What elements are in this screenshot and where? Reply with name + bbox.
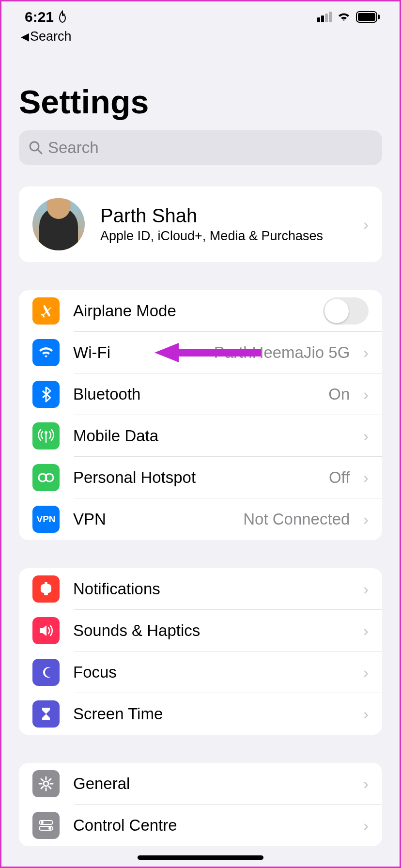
chevron-right-icon: › — [363, 511, 369, 528]
profile-name: Parth Shah — [100, 205, 348, 227]
airplane-icon — [32, 297, 60, 325]
general-group: General › Control Centre › — [19, 763, 382, 846]
network-group: Airplane Mode Wi-Fi ParthHeemaJio 5G › B… — [19, 290, 382, 540]
notifications-row[interactable]: Notifications › — [19, 568, 382, 610]
svg-point-16 — [48, 827, 51, 830]
antenna-icon — [32, 422, 60, 450]
svg-rect-2 — [378, 15, 380, 19]
sounds-label: Sounds & Haptics — [73, 621, 350, 640]
svg-point-12 — [44, 781, 48, 786]
vpn-label: VPN — [73, 510, 230, 528]
svg-point-10 — [45, 582, 47, 585]
screen-time-label: Screen Time — [73, 705, 350, 723]
mobile-data-row[interactable]: Mobile Data › — [19, 415, 382, 457]
svg-rect-9 — [41, 584, 51, 593]
annotation-arrow — [154, 341, 261, 365]
battery-icon — [356, 11, 380, 23]
apple-id-row[interactable]: Parth Shah Apple ID, iCloud+, Media & Pu… — [19, 186, 382, 262]
hourglass-icon — [32, 700, 60, 728]
gear-icon — [32, 770, 60, 797]
page-title: Settings — [1, 44, 400, 130]
svg-rect-11 — [44, 593, 48, 595]
notifications-group: Notifications › Sounds & Haptics › Focus… — [19, 568, 382, 735]
svg-point-6 — [45, 431, 47, 434]
vpn-value: Not Connected — [243, 510, 350, 528]
chevron-right-icon: › — [363, 344, 369, 362]
cellular-signal-icon — [317, 12, 332, 22]
focus-row[interactable]: Focus › — [19, 651, 382, 693]
focus-label: Focus — [73, 663, 350, 682]
sounds-row[interactable]: Sounds & Haptics › — [19, 610, 382, 651]
screen-time-row[interactable]: Screen Time › — [19, 693, 382, 735]
svg-line-4 — [38, 150, 42, 154]
status-bar: 6:21 — [1, 1, 400, 29]
profile-subtitle: Apple ID, iCloud+, Media & Purchases — [100, 229, 348, 244]
chevron-right-icon: › — [363, 469, 369, 487]
chevron-right-icon: › — [363, 664, 369, 682]
general-row[interactable]: General › — [19, 763, 382, 805]
svg-marker-5 — [154, 343, 261, 362]
search-icon — [29, 140, 43, 155]
chevron-right-icon: › — [363, 427, 369, 445]
wifi-status-icon — [337, 12, 351, 22]
airplane-toggle[interactable] — [323, 297, 369, 325]
bluetooth-label: Bluetooth — [73, 385, 315, 403]
notifications-label: Notifications — [73, 580, 350, 598]
bell-icon — [32, 575, 60, 603]
hotspot-icon — [32, 464, 60, 491]
home-indicator[interactable] — [138, 855, 263, 860]
avatar — [32, 198, 85, 250]
airplane-label: Airplane Mode — [73, 302, 309, 320]
mobile-data-label: Mobile Data — [73, 427, 350, 445]
bluetooth-value: On — [328, 385, 350, 403]
control-centre-label: Control Centre — [73, 816, 350, 835]
wifi-row[interactable]: Wi-Fi ParthHeemaJio 5G › — [19, 332, 382, 373]
general-label: General — [73, 775, 350, 793]
svg-rect-1 — [358, 13, 375, 21]
svg-point-14 — [41, 821, 44, 824]
back-label: Search — [30, 29, 72, 44]
vpn-row[interactable]: VPN VPN Not Connected › — [19, 498, 382, 540]
control-centre-row[interactable]: Control Centre › — [19, 805, 382, 846]
chevron-right-icon: › — [363, 386, 369, 403]
back-navigation[interactable]: ◀ Search — [1, 29, 400, 44]
sliders-icon — [32, 812, 60, 839]
speaker-icon — [32, 617, 60, 644]
bluetooth-icon — [32, 381, 60, 408]
vpn-icon: VPN — [32, 506, 60, 533]
wifi-icon — [32, 339, 60, 366]
search-input[interactable]: Search — [19, 130, 382, 165]
moon-icon — [32, 659, 60, 686]
chevron-right-icon: › — [363, 775, 369, 793]
bluetooth-row[interactable]: Bluetooth On › — [19, 373, 382, 415]
hotspot-row[interactable]: Personal Hotspot Off › — [19, 457, 382, 498]
chevron-right-icon: › — [363, 216, 369, 233]
chevron-right-icon: › — [363, 622, 369, 640]
back-arrow-icon: ◀ — [21, 31, 29, 43]
flame-icon — [57, 10, 68, 24]
hotspot-label: Personal Hotspot — [73, 468, 315, 487]
chevron-right-icon: › — [363, 817, 369, 835]
status-time: 6:21 — [25, 9, 54, 25]
hotspot-value: Off — [329, 468, 350, 487]
chevron-right-icon: › — [363, 580, 369, 598]
search-placeholder: Search — [48, 139, 99, 157]
chevron-right-icon: › — [363, 705, 369, 723]
airplane-mode-row[interactable]: Airplane Mode — [19, 290, 382, 332]
